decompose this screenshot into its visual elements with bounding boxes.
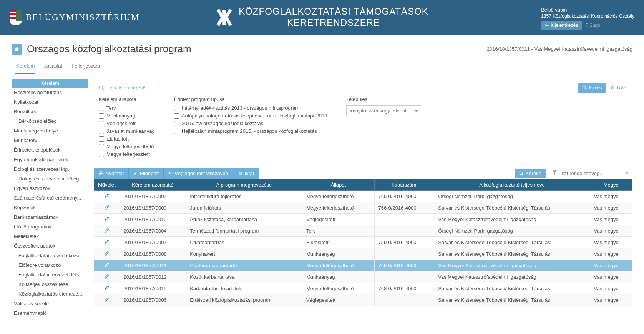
column-header[interactable]: Megye: [590, 179, 632, 191]
search-button[interactable]: Keres: [578, 83, 606, 93]
cell-reg: 768-0/2016-4000: [374, 283, 434, 294]
sidebar-item[interactable]: Mellékletek: [12, 231, 88, 241]
logout-button[interactable]: ↪ Kijelentkezés: [541, 21, 582, 30]
clear-button[interactable]: ✕ Töröl: [610, 85, 627, 91]
status-checkbox[interactable]: Elutasított: [99, 136, 155, 142]
sidebar-item[interactable]: Munkavégzés helye: [12, 126, 88, 136]
checkbox-input[interactable]: [174, 121, 179, 126]
checkbox-input[interactable]: [99, 144, 104, 149]
program-checkbox[interactable]: 2015. évi országos közfoglalkoztatás: [174, 121, 327, 126]
sidebar-item[interactable]: Költségek összesítése: [12, 279, 88, 289]
program-checkbox[interactable]: Hajléktalan mintaprogram 2015. - országo…: [174, 128, 327, 134]
sidebar-item[interactable]: Foglalkoztatásra vonatkozó: [12, 251, 88, 260]
town-dropdown-toggle[interactable]: [411, 106, 421, 116]
cell-status: Véglegesített: [302, 214, 375, 225]
sidebar-item[interactable]: Dologi és szervezési ktg.: [12, 164, 88, 174]
table-row[interactable]: 2016/18/1857/0002Infrastruktúra fejleszt…: [94, 191, 632, 202]
sidebar-item[interactable]: Dologi és szervezési előleg: [12, 174, 88, 184]
cell-id: 2016/18/1857/0004: [120, 225, 186, 237]
sidebar-item[interactable]: Egyéb eszközök: [12, 184, 88, 193]
edit-icon[interactable]: [98, 193, 116, 200]
column-header[interactable]: Állapot: [302, 179, 375, 191]
edit-icon[interactable]: [98, 285, 116, 292]
edit-icon[interactable]: [98, 251, 116, 257]
checkbox-input[interactable]: [174, 113, 179, 119]
sidebar-item[interactable]: Együttműködő partnerek: [12, 155, 88, 164]
column-header[interactable]: Művelet: [94, 179, 120, 191]
column-header[interactable]: Kérelem azonosító: [120, 179, 186, 191]
table-search-button[interactable]: Kereső: [515, 169, 546, 178]
logout-icon: ↪: [545, 23, 549, 28]
home-button[interactable]: [12, 44, 22, 55]
edit-icon[interactable]: [98, 297, 116, 303]
table-row[interactable]: 2016/18/1857/0011Csatorna karbantartásMe…: [94, 260, 632, 271]
revoke-button[interactable]: ↶Véglegesítést visszavon: [164, 168, 233, 179]
filter-clear-button[interactable]: ✕: [622, 168, 632, 179]
status-checkbox[interactable]: Megye felterjeszthető: [99, 144, 155, 149]
home-icon: [14, 46, 20, 52]
table-row[interactable]: 2016/18/1857/0008KonyhakertMunkaanyagSár…: [94, 248, 632, 260]
checkbox-input[interactable]: [99, 152, 104, 157]
sidebar-item[interactable]: Részletes bemtutatás: [12, 88, 88, 97]
table-row[interactable]: 2016/18/1857/0015Karbantartási feladatok…: [94, 283, 632, 294]
sidebar-item[interactable]: Előlegre vonatkozó: [12, 260, 88, 270]
checkbox-label: Megye felterjesztett: [106, 151, 150, 157]
sidebar-item[interactable]: Számszerűsíthető eredmény...: [12, 193, 88, 203]
table-row[interactable]: 2016/18/1857/0006Erdészeti közfoglalkozt…: [94, 294, 632, 306]
sidebar-item[interactable]: Összesített adatok: [12, 241, 88, 251]
checkbox-input[interactable]: [99, 113, 104, 119]
program-checkbox[interactable]: határnyiladék-tisztítás 2013 - országos …: [174, 105, 327, 111]
sidebar-item[interactable]: Bérköltség előleg: [12, 116, 88, 126]
sidebar-item[interactable]: Érintetett települések: [12, 145, 88, 155]
status-checkbox[interactable]: Munkaanyag: [99, 113, 155, 119]
file-button[interactable]: 🗎Iktat: [233, 168, 259, 179]
checkbox-input[interactable]: [99, 121, 104, 126]
status-checkbox[interactable]: Véglegesített: [99, 121, 155, 126]
tab-kérelem[interactable]: Kérelem: [15, 60, 35, 74]
column-header[interactable]: A program megnevezése: [186, 179, 302, 191]
check-button[interactable]: ✔Ellenőriz: [129, 168, 164, 179]
sidebar-item[interactable]: Változás kezelő: [12, 299, 88, 308]
results-table: MűveletKérelem azonosítóA program megnev…: [94, 179, 632, 306]
help-link[interactable]: ? Súgó: [586, 23, 600, 28]
cell-name: Infrastruktúra fejlesztés: [186, 191, 302, 202]
edit-icon[interactable]: [98, 216, 116, 223]
sidebar-item[interactable]: Bankszámlaszámok: [12, 212, 88, 222]
checkbox-input[interactable]: [99, 136, 104, 142]
edit-icon[interactable]: [98, 262, 116, 269]
edit-icon[interactable]: [98, 274, 116, 280]
table-row[interactable]: 2016/18/1857/0009Járda felújításMegye fe…: [94, 202, 632, 214]
column-header[interactable]: A közfoglalkoztató teljes neve: [434, 179, 590, 191]
table-row[interactable]: 2016/18/1857/0010Árkok tisztítása, karba…: [94, 214, 632, 225]
town-input[interactable]: [346, 105, 421, 116]
sidebar-item[interactable]: Közfoglalkoztatás ütemezé...: [12, 289, 88, 299]
cell-name: Járda felújítás: [186, 202, 302, 214]
sidebar-item[interactable]: Nyilatkozat: [12, 97, 88, 107]
sidebar-item[interactable]: Eseménynapló: [12, 308, 88, 318]
status-checkbox[interactable]: Terv: [99, 105, 155, 111]
sidebar-item[interactable]: Képzések: [12, 203, 88, 212]
status-checkbox[interactable]: Megye felterjesztett: [99, 151, 155, 157]
cell-reg: [374, 225, 434, 237]
sidebar-item[interactable]: Foglalkoztatni tervezett léts...: [12, 270, 88, 279]
print-button[interactable]: 🖶Nyomtat: [94, 168, 129, 179]
status-checkbox[interactable]: Javaslat munkaanyag: [99, 128, 155, 134]
program-checkbox[interactable]: Autópálya hófogó erdősáv telepítése - or…: [174, 113, 327, 119]
checkbox-input[interactable]: [99, 129, 104, 134]
sidebar-item[interactable]: Előző programok: [12, 222, 88, 231]
edit-icon[interactable]: [98, 228, 116, 234]
checkbox-input[interactable]: [99, 106, 104, 111]
table-row[interactable]: 2016/18/1857/0004Természeti fenntartási …: [94, 225, 632, 237]
edit-icon[interactable]: [98, 239, 116, 246]
checkbox-input[interactable]: [174, 129, 179, 134]
edit-icon[interactable]: [98, 205, 116, 211]
checkbox-input[interactable]: [174, 106, 179, 111]
sidebar-item[interactable]: Bérköltség: [12, 107, 88, 116]
tab-felterjesztés[interactable]: Felterjesztés: [71, 60, 101, 74]
column-header[interactable]: Iktatószám: [374, 179, 434, 191]
table-row[interactable]: 2016/18/1857/0007ÚtkarbantarrtásElutasít…: [94, 237, 632, 248]
sidebar-item[interactable]: Munkaterv: [12, 136, 88, 145]
table-row[interactable]: 2016/18/1857/0012Közút karbantartásaMunk…: [94, 271, 632, 283]
tab-javaslat[interactable]: Javaslat: [43, 60, 63, 74]
filter-input[interactable]: [560, 168, 622, 179]
